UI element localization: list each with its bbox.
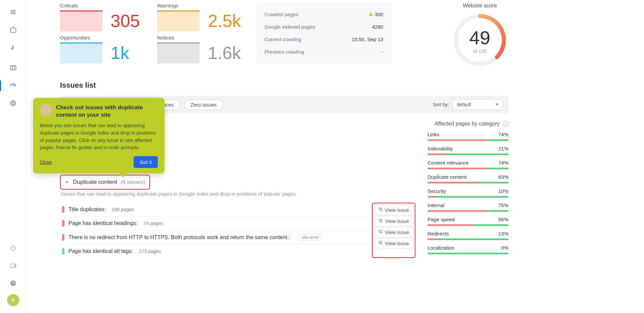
categories-header: Affected pages by category i — [428, 121, 508, 127]
sort-select[interactable]: default — [452, 99, 503, 110]
category-name: Links — [428, 132, 439, 137]
sort-label: Sort by: — [433, 102, 449, 107]
crawl-value: - — [382, 49, 383, 55]
category-name: Security — [428, 188, 446, 194]
home-icon[interactable] — [6, 23, 20, 36]
category-row[interactable]: Duplicate content63% — [428, 174, 508, 183]
popover-title: Check out issues with duplicate content … — [56, 104, 158, 119]
stat-opportunities[interactable]: Opportunities 1k — [60, 35, 144, 63]
wallet-icon[interactable] — [6, 259, 20, 273]
avatar[interactable]: V — [7, 294, 19, 306]
category-pct: 13% — [498, 231, 508, 236]
crawl-value: 15:50, Sep 13 — [352, 36, 383, 42]
view-issue-label: View issue — [385, 218, 409, 224]
view-issue-button[interactable]: View issue — [374, 216, 413, 226]
crawl-value: 300 — [369, 11, 383, 17]
search-icon — [378, 218, 383, 224]
severity-indicator — [62, 220, 64, 227]
score-value: 49 — [469, 27, 490, 49]
category-row[interactable]: Content relevance74% — [428, 160, 508, 169]
category-row[interactable]: Page speed56% — [428, 217, 508, 226]
issue-row[interactable]: Page has identical alt tags:173 pages — [60, 244, 369, 258]
issue-meta: 173 pages — [139, 249, 161, 254]
info-icon[interactable]: i — [502, 121, 508, 127]
category-pct: 21% — [498, 146, 508, 151]
svg-text:?: ? — [12, 281, 14, 286]
crawl-label: Crawled pages — [265, 11, 298, 17]
dashboard-icon[interactable] — [6, 61, 20, 75]
popover-close-link[interactable]: Close — [40, 160, 52, 165]
stat-label: Notices — [157, 35, 241, 40]
issues-list-title: Issues list — [60, 81, 508, 90]
group-name: Duplicate content — [73, 179, 117, 186]
category-bar — [428, 139, 508, 141]
onboarding-popover: Check out issues with duplicate content … — [33, 98, 165, 173]
group-duplicate-content[interactable]: Duplicate content (6 issues) — [61, 175, 149, 189]
crawl-row: Previous crawling- — [265, 46, 383, 58]
crawl-label: Current crawling — [265, 36, 301, 42]
svg-point-21 — [379, 241, 381, 244]
category-bar — [428, 196, 508, 198]
category-row[interactable]: Localization0% — [428, 245, 508, 254]
issue-row[interactable]: There is no redirect from HTTP to HTTPS.… — [60, 230, 369, 244]
view-issue-button[interactable]: View issue — [374, 238, 413, 249]
svg-line-22 — [381, 244, 382, 245]
website-score: Website score 49 of 100 — [451, 3, 508, 69]
category-pct: 56% — [498, 217, 508, 222]
project-icon[interactable]: J — [6, 40, 20, 54]
category-bar — [428, 153, 508, 155]
issue-meta: 186 pages — [112, 207, 134, 212]
categories-title: Affected pages by category — [434, 121, 500, 127]
popover-gotit-button[interactable]: Got it — [134, 156, 158, 168]
crawl-label: Previous crawling — [265, 49, 304, 55]
speed-icon[interactable] — [6, 79, 20, 92]
category-pct: 10% — [498, 188, 508, 194]
category-row[interactable]: Redirects13% — [428, 231, 508, 240]
svg-line-18 — [381, 221, 382, 222]
category-bar — [428, 253, 508, 254]
category-bar — [428, 210, 508, 212]
category-name: Content relevance — [428, 160, 469, 166]
crawl-value: 4280 — [372, 24, 383, 30]
menu-icon[interactable] — [6, 5, 20, 19]
svg-line-20 — [381, 232, 382, 233]
category-row[interactable]: Internal75% — [428, 202, 508, 212]
crawl-label: Google indexed pages — [265, 24, 315, 30]
category-pct: 0% — [501, 245, 508, 251]
view-issue-button[interactable]: View issue — [374, 227, 413, 237]
sidebar: J ? V — [0, 0, 26, 313]
category-name: Internal — [428, 202, 444, 208]
issue-title: Page has identical headings: — [68, 220, 138, 226]
group-description: Issues that can lead to appearing duplic… — [61, 191, 415, 197]
category-row[interactable]: Links74% — [428, 132, 508, 141]
category-name: Duplicate content — [428, 174, 467, 180]
view-issue-button[interactable]: View issue — [374, 205, 413, 215]
svg-text:J: J — [11, 45, 13, 50]
category-name: Localization — [428, 245, 454, 251]
stat-warnings[interactable]: Warnings 2.5k — [157, 3, 241, 31]
filter-chip[interactable]: Zero issues — [184, 99, 223, 110]
stat-value: 2.5k — [208, 12, 241, 30]
score-label: Website score — [451, 3, 508, 9]
diamond-icon[interactable] — [6, 241, 20, 255]
category-row[interactable]: Indexability21% — [428, 146, 508, 155]
group-count: (6 issues) — [120, 179, 145, 186]
help-icon[interactable]: ? — [6, 277, 20, 290]
svg-line-16 — [381, 210, 382, 211]
category-row[interactable]: Security10% — [428, 188, 508, 198]
stat-criticals[interactable]: Criticals 305 — [60, 3, 144, 31]
stat-notices[interactable]: Notices 1.6k — [157, 35, 241, 63]
sort-value: default — [457, 102, 471, 107]
category-bar — [428, 238, 508, 240]
search-icon — [378, 240, 383, 246]
chevron-up-icon — [65, 180, 69, 184]
view-issue-label: View issue — [385, 240, 409, 246]
stat-bar — [157, 42, 200, 63]
stat-bar — [60, 10, 103, 31]
issue-row[interactable]: Title duplicates:186 pages — [60, 203, 369, 216]
stat-bar — [60, 42, 103, 63]
target-icon[interactable] — [6, 96, 20, 110]
issue-title: Page has identical alt tags: — [68, 248, 133, 254]
crawl-row: Crawled pages300 — [265, 8, 383, 21]
issue-row[interactable]: Page has identical headings:74 pages — [60, 216, 369, 230]
